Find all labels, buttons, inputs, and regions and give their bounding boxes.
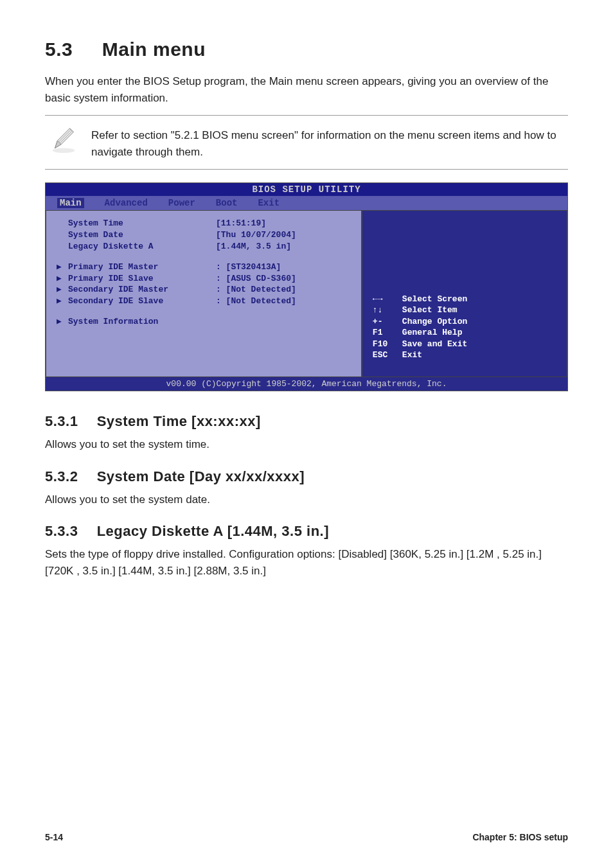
note-text: Refer to section "5.2.1 BIOS menu screen…	[91, 125, 568, 160]
bios-left-panel: System Time [11:51:19] System Date [Thu …	[46, 210, 362, 377]
bios-row[interactable]: System Date [Thu 10/07/2004]	[57, 230, 351, 241]
bios-label: Secondary IDE Slave	[68, 296, 216, 307]
bios-row[interactable]: ▶ Primary IDE Slave : [ASUS CD-S360]	[57, 274, 351, 285]
bios-row[interactable]: ▶ Primary IDE Master : [ST320413A]	[57, 262, 351, 273]
bios-value: [Thu 10/07/2004]	[216, 230, 296, 241]
bios-label: Primary IDE Slave	[68, 274, 216, 285]
bios-help-row: F10 Save and Exit	[373, 339, 556, 350]
bios-arrow: ▶	[57, 296, 68, 307]
bios-tab-exit[interactable]: Exit	[258, 198, 280, 208]
subsection-body: Sets the type of floppy drive installed.…	[45, 546, 568, 579]
bios-arrow: ▶	[57, 262, 68, 273]
bios-screen: BIOS SETUP UTILITY Main Advanced Power B…	[45, 182, 568, 391]
subsection-title: 5.3.1 System Time [xx:xx:xx]	[45, 413, 568, 430]
bios-arrow	[57, 230, 68, 241]
bios-arrow	[57, 242, 68, 252]
bios-help-text: General Help	[402, 327, 463, 339]
bios-value: [11:51:19]	[216, 218, 266, 229]
bios-label: System Information	[68, 317, 216, 328]
bios-help-text: Exit	[402, 350, 422, 361]
subsection-number: 5.3.2	[45, 468, 93, 485]
bios-tab-advanced[interactable]: Advanced	[105, 198, 148, 208]
bios-help-key: F1	[373, 327, 402, 339]
section-number: 5.3	[45, 39, 96, 60]
subsection-number: 5.3.1	[45, 413, 93, 430]
note-box: Refer to section "5.2.1 BIOS menu screen…	[45, 115, 568, 170]
bios-help-text: Save and Exit	[402, 339, 467, 350]
bios-label: Legacy Diskette A	[68, 242, 216, 252]
bios-label: Primary IDE Master	[68, 262, 216, 273]
bios-help-text: Change Option	[402, 316, 467, 328]
section-title: 5.3 Main menu	[45, 39, 568, 60]
bios-right-panel: ←→ Select Screen ↑↓ Select Item +- Chang…	[362, 210, 567, 377]
bios-help-row: ↑↓ Select Item	[373, 305, 556, 316]
bios-value: : [Not Detected]	[216, 296, 296, 307]
subsection-title: 5.3.2 System Date [Day xx/xx/xxxx]	[45, 468, 568, 485]
bios-row[interactable]: ▶ Secondary IDE Slave : [Not Detected]	[57, 296, 351, 307]
bios-help-row: ESC Exit	[373, 350, 556, 361]
subsection-name: System Time [xx:xx:xx]	[97, 413, 261, 429]
bios-row[interactable]: System Time [11:51:19]	[57, 218, 351, 229]
subsection-body: Allows you to set the system date.	[45, 492, 568, 508]
bios-help-key: +-	[373, 316, 402, 328]
bios-help-row: F1 General Help	[373, 327, 556, 339]
bios-value: : [ASUS CD-S360]	[216, 274, 296, 285]
svg-point-0	[53, 148, 75, 153]
bios-tab-main[interactable]: Main	[57, 198, 84, 208]
bios-help-key: ESC	[373, 350, 402, 361]
bios-label: Secondary IDE Master	[68, 285, 216, 296]
bios-row[interactable]: Legacy Diskette A [1.44M, 3.5 in]	[57, 242, 351, 252]
bios-help-row: ←→ Select Screen	[373, 294, 556, 305]
subsection-number: 5.3.3	[45, 523, 93, 540]
bios-title-bar: BIOS SETUP UTILITY	[46, 183, 567, 196]
pencil-icon	[49, 125, 78, 154]
subsection-name: System Date [Day xx/xx/xxxx]	[97, 468, 305, 484]
bios-arrow: ▶	[57, 317, 68, 328]
subsection-name: Legacy Diskette A [1.44M, 3.5 in.]	[97, 523, 329, 539]
bios-body: System Time [11:51:19] System Date [Thu …	[46, 210, 567, 377]
intro-paragraph: When you enter the BIOS Setup program, t…	[45, 73, 568, 106]
subsection-body: Allows you to set the system time.	[45, 436, 568, 453]
bios-row[interactable]: ▶ System Information	[57, 317, 351, 328]
bios-help-row: +- Change Option	[373, 316, 556, 328]
bios-arrow: ▶	[57, 285, 68, 296]
bios-menu-bar: Main Advanced Power Boot Exit	[46, 196, 567, 210]
bios-help-key: ↑↓	[373, 305, 402, 316]
bios-arrow	[57, 218, 68, 229]
bios-label: System Date	[68, 230, 216, 241]
bios-help-text: Select Screen	[402, 294, 467, 305]
chapter-label: Chapter 5: BIOS setup	[472, 832, 568, 842]
page-footer: 5-14 Chapter 5: BIOS setup	[45, 832, 568, 842]
subsection-title: 5.3.3 Legacy Diskette A [1.44M, 3.5 in.]	[45, 523, 568, 540]
bios-help-key: ←→	[373, 294, 402, 305]
page-number: 5-14	[45, 832, 63, 842]
section-name: Main menu	[102, 39, 206, 60]
bios-value: : [Not Detected]	[216, 285, 296, 296]
bios-help-text: Select Item	[402, 305, 458, 316]
bios-tab-boot[interactable]: Boot	[216, 198, 238, 208]
bios-value: : [ST320413A]	[216, 262, 281, 273]
bios-row[interactable]: ▶ Secondary IDE Master : [Not Detected]	[57, 285, 351, 296]
bios-footer: v00.00 (C)Copyright 1985-2002, American …	[46, 377, 567, 391]
bios-help-key: F10	[373, 339, 402, 350]
bios-arrow: ▶	[57, 274, 68, 285]
bios-tab-power[interactable]: Power	[168, 198, 195, 208]
bios-label: System Time	[68, 218, 216, 229]
bios-value: [1.44M, 3.5 in]	[216, 242, 291, 252]
